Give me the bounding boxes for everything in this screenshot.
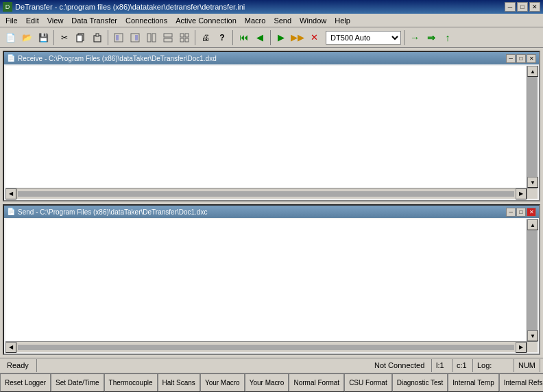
receive-panel-title: Receive - C:\Program Files (x86)\dataTak…	[18, 55, 217, 62]
receive-panel-controls: ─ □ ✕	[506, 54, 536, 63]
arrow-right2-button[interactable]: ⇒	[424, 30, 439, 45]
menu-item-connections[interactable]: Connections	[121, 16, 171, 25]
minimize-button[interactable]: ─	[505, 2, 516, 12]
macro-btn-0-2[interactable]: Thermocouple	[104, 373, 158, 392]
connection-status: Not Connected	[370, 359, 432, 372]
menu-item-macro[interactable]: Macro	[241, 16, 270, 25]
send-close-button[interactable]: ✕	[527, 208, 536, 217]
play-all-button[interactable]: ▶▶	[290, 30, 305, 45]
close-button[interactable]: ✕	[529, 2, 540, 12]
macro-btn-0-0[interactable]: Reset Logger	[0, 373, 51, 392]
svg-rect-14	[180, 38, 184, 42]
tool3-button[interactable]	[144, 30, 159, 45]
send-vscroll-down[interactable]: ▼	[527, 330, 538, 341]
paste-button[interactable]	[90, 30, 105, 45]
svg-rect-1	[77, 35, 82, 42]
send-content-area: ▲ ▼ ◀ ▶	[5, 219, 538, 352]
menu-item-active-connection[interactable]: Active Connection	[171, 16, 241, 25]
sep2	[108, 30, 108, 45]
tool5-button[interactable]	[177, 30, 192, 45]
receive-vscroll-down[interactable]: ▼	[527, 177, 538, 188]
receive-vscroll-up[interactable]: ▲	[527, 66, 538, 77]
arrow-right-button[interactable]: →	[407, 30, 422, 45]
stop-button[interactable]: ✕	[306, 30, 322, 45]
menu-item-help[interactable]: Help	[330, 16, 354, 25]
receive-hscroll-left[interactable]: ◀	[5, 188, 16, 199]
transport-controls: ⏮ ◀ ▶ ▶▶ ✕	[236, 30, 322, 45]
copy-button[interactable]	[73, 30, 88, 45]
macro-btn-0-4[interactable]: Your Macro	[200, 373, 245, 392]
menu-item-view[interactable]: View	[43, 16, 68, 25]
send-vscroll-up[interactable]: ▲	[527, 219, 538, 230]
send-hscroll-right[interactable]: ▶	[516, 342, 527, 353]
svg-rect-10	[164, 34, 172, 37]
receive-textarea[interactable]	[5, 66, 538, 199]
svg-rect-7	[135, 35, 138, 40]
tool1-button[interactable]	[111, 30, 126, 45]
tool2-button[interactable]	[128, 30, 143, 45]
sep6	[404, 30, 405, 45]
sep3	[195, 30, 195, 45]
log-status: Log:	[473, 359, 514, 372]
send-vscroll-track	[527, 230, 538, 330]
save-button[interactable]: 💾	[36, 30, 51, 45]
svg-rect-12	[180, 34, 184, 37]
receive-minimize-button[interactable]: ─	[506, 54, 516, 63]
send-hscroll-left[interactable]: ◀	[5, 342, 16, 353]
help-button[interactable]: ?	[215, 30, 230, 45]
send-vscroll[interactable]: ▲ ▼	[527, 219, 538, 341]
send-hscroll-track	[18, 345, 514, 350]
send-maximize-button[interactable]: □	[516, 208, 526, 217]
svg-rect-11	[164, 38, 172, 42]
receive-hscroll-track	[18, 191, 514, 197]
prev-button[interactable]: ◀	[252, 30, 267, 45]
sep4	[232, 30, 233, 45]
device-select[interactable]: DT500 Auto	[326, 31, 401, 45]
play-button[interactable]: ▶	[274, 30, 289, 45]
macro-btn-1-2[interactable]: Internal Refs	[499, 373, 543, 392]
status-bar: Ready Not Connected l:1 c:1 Log: NUM Res…	[0, 358, 543, 392]
macro-btn-0-6[interactable]: Normal Format	[289, 373, 344, 392]
receive-hscroll-right[interactable]: ▶	[516, 188, 527, 199]
receive-close-button[interactable]: ✕	[527, 54, 536, 63]
cut-button[interactable]: ✂	[57, 30, 72, 45]
menu-item-send[interactable]: Send	[269, 16, 295, 25]
menu-item-data-transfer[interactable]: Data Transfer	[67, 16, 121, 25]
menu-item-file[interactable]: File	[1, 16, 22, 25]
receive-panel-titlebar: 📄 Receive - C:\Program Files (x86)\dataT…	[4, 52, 539, 64]
menu-item-edit[interactable]: Edit	[22, 16, 43, 25]
menu-item-window[interactable]: Window	[295, 16, 330, 25]
macro-row-2: Diagnostic TestInternal TempInternal Ref…	[392, 373, 543, 392]
first-button[interactable]: ⏮	[236, 30, 251, 45]
num-status: NUM	[514, 359, 540, 372]
macro-btn-0-1[interactable]: Set Date/Time	[51, 373, 104, 392]
send-minimize-button[interactable]: ─	[506, 208, 516, 217]
title-bar-controls: ─ □ ✕	[505, 2, 540, 12]
send-textarea[interactable]	[5, 219, 538, 352]
macro-btn-0-5[interactable]: Your Macro	[245, 373, 289, 392]
receive-vscroll[interactable]: ▲ ▼	[527, 66, 538, 188]
macro-btn-1-1[interactable]: Internal Temp	[448, 373, 498, 392]
toolbar: 📄 📂 💾 ✂ 🖨 ? ⏮ ◀ ▶ ▶▶ ✕ DT500 Auto	[0, 27, 543, 48]
send-hscroll[interactable]: ◀ ▶	[5, 341, 527, 352]
receive-hscroll[interactable]: ◀ ▶	[5, 188, 527, 199]
maximize-button[interactable]: □	[517, 2, 528, 12]
send-panel-controls: ─ □ ✕	[506, 208, 536, 217]
macro-btn-0-7[interactable]: CSU Format	[344, 373, 392, 392]
arrow-up-button[interactable]: ↑	[440, 30, 455, 45]
svg-rect-15	[185, 38, 189, 42]
print-button[interactable]: 🖨	[198, 30, 213, 45]
tool4-button[interactable]	[160, 30, 176, 45]
menu-bar: FileEditViewData TransferConnectionsActi…	[0, 14, 543, 27]
send-panel-titlebar: 📄 Send - C:\Program Files (x86)\dataTake…	[4, 206, 539, 218]
open-button[interactable]: 📂	[19, 30, 34, 45]
new-button[interactable]: 📄	[3, 30, 18, 45]
main-area: 📄 Receive - C:\Program Files (x86)\dataT…	[0, 48, 543, 358]
macro-btn-1-0[interactable]: Diagnostic Test	[392, 373, 448, 392]
receive-panel-icon: 📄	[7, 54, 15, 62]
macro-btn-0-3[interactable]: Halt Scans	[158, 373, 200, 392]
app-icon: D	[3, 2, 12, 12]
sep1	[53, 30, 54, 45]
status-bottom-macros: Reset LoggerSet Date/TimeThermocoupleHal…	[0, 373, 543, 392]
receive-maximize-button[interactable]: □	[516, 54, 526, 63]
